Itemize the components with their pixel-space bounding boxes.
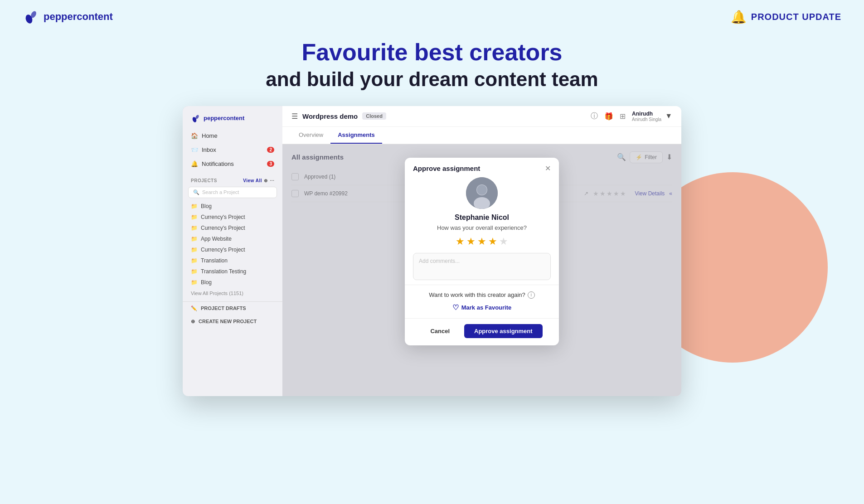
drafts-icon: ✏️ bbox=[191, 305, 197, 311]
product-update-banner: 🔔 PRODUCT UPDATE bbox=[731, 10, 841, 24]
project-item-currency2[interactable]: 📁 Currency's Project bbox=[183, 223, 282, 233]
project-item-translation-testing[interactable]: 📁 Translation Testing bbox=[183, 266, 282, 277]
create-new-project-label: CREATE NEW PROJECT bbox=[199, 319, 257, 324]
project-item-translation[interactable]: 📁 Translation bbox=[183, 255, 282, 266]
tab-overview[interactable]: Overview bbox=[291, 127, 330, 144]
rating-stars: ★ ★ ★ ★ ★ bbox=[413, 236, 551, 247]
notifications-badge: 3 bbox=[267, 161, 274, 167]
folder-icon: 📁 bbox=[191, 257, 198, 264]
approve-assignment-modal: Approve assignment ✕ bbox=[405, 158, 559, 345]
main-header-right: ⓘ 🎁 ⊞ Anirudh Anirudh Singla ▼ bbox=[591, 111, 672, 122]
project-label: Blog bbox=[201, 279, 212, 286]
inbox-icon: 📨 bbox=[191, 146, 198, 153]
project-item-blog2[interactable]: 📁 Blog bbox=[183, 277, 282, 288]
favourite-question: Want to work with this creator again? i bbox=[413, 291, 551, 299]
assignments-area: All assignments 🔍 ⚡ Filter ⬇ Approved (1… bbox=[282, 144, 681, 396]
status-badge: Closed bbox=[362, 112, 386, 120]
project-label: Currency's Project bbox=[201, 247, 245, 253]
mark-favourite-label: Mark as Favourite bbox=[461, 304, 512, 311]
home-icon: 🏠 bbox=[191, 132, 198, 139]
mark-favourite-button[interactable]: ♡ Mark as Favourite bbox=[452, 303, 512, 312]
cancel-button[interactable]: Cancel bbox=[421, 324, 459, 338]
creator-avatar bbox=[466, 177, 498, 209]
comment-box[interactable]: Add comments... bbox=[413, 253, 551, 280]
modal-close-button[interactable]: ✕ bbox=[545, 164, 551, 173]
favourite-info-icon[interactable]: i bbox=[528, 291, 535, 299]
user-info: Anirudh Anirudh Singla ▼ bbox=[632, 111, 672, 122]
project-label: Currency's Project bbox=[201, 225, 245, 231]
folder-icon: 📁 bbox=[191, 225, 198, 231]
user-dropdown-icon[interactable]: ▼ bbox=[665, 112, 672, 120]
approve-button[interactable]: Approve assignment bbox=[464, 324, 543, 338]
sidebar-logo: peppercontent bbox=[183, 106, 282, 129]
project-drafts-item[interactable]: ✏️ PROJECT DRAFTS bbox=[183, 302, 282, 315]
sidebar-logo-text: peppercontent bbox=[204, 115, 244, 121]
sidebar-bottom: ✏️ PROJECT DRAFTS ⊕ CREATE NEW PROJECT bbox=[183, 301, 282, 328]
rating-star-1[interactable]: ★ bbox=[456, 236, 465, 247]
modal-header: Approve assignment ✕ bbox=[405, 158, 559, 177]
project-title: Wordpress demo bbox=[302, 112, 358, 120]
inbox-badge: 2 bbox=[267, 147, 274, 153]
project-item-currency3[interactable]: 📁 Currency's Project bbox=[183, 244, 282, 255]
main-header: ☰ Wordpress demo Closed ⓘ 🎁 ⊞ Anirudh An… bbox=[282, 106, 681, 127]
project-label: Translation bbox=[201, 257, 228, 264]
svg-point-7 bbox=[477, 185, 487, 195]
project-item-currency1[interactable]: 📁 Currency's Project bbox=[183, 212, 282, 223]
search-icon: 🔍 bbox=[193, 189, 199, 195]
avatar-image bbox=[466, 177, 498, 209]
create-new-project-item[interactable]: ⊕ CREATE NEW PROJECT bbox=[183, 315, 282, 328]
folder-icon: 📁 bbox=[191, 236, 198, 242]
top-logo: peppercontent bbox=[23, 8, 113, 25]
sidebar-item-home[interactable]: 🏠 Home bbox=[183, 129, 282, 143]
comment-placeholder: Add comments... bbox=[419, 258, 460, 264]
search-placeholder-text: Search a Project bbox=[202, 189, 239, 195]
bell-icon: 🔔 bbox=[731, 10, 747, 24]
main-header-left: ☰ Wordpress demo Closed bbox=[291, 112, 386, 121]
sidebar-logo-icon bbox=[191, 113, 201, 123]
sidebar-nav: 🏠 Home 📨 Inbox 2 🔔 Notifications bbox=[183, 129, 282, 174]
folder-icon: 📁 bbox=[191, 247, 198, 253]
create-icon: ⊕ bbox=[191, 319, 195, 325]
sidebar-item-inbox[interactable]: 📨 Inbox 2 bbox=[183, 143, 282, 157]
rating-star-2[interactable]: ★ bbox=[466, 236, 476, 247]
hero-section: Favourite best creators and build your d… bbox=[0, 34, 864, 106]
rating-star-5[interactable]: ★ bbox=[499, 236, 508, 247]
project-item-appwebsite[interactable]: 📁 App Website bbox=[183, 233, 282, 244]
search-project-input[interactable]: 🔍 Search a Project bbox=[188, 187, 277, 198]
favourite-question-text: Want to work with this creator again? bbox=[429, 291, 525, 298]
modal-title: Approve assignment bbox=[413, 165, 480, 172]
top-logo-text: peppercontent bbox=[44, 11, 113, 23]
project-item-blog1[interactable]: 📁 Blog bbox=[183, 201, 282, 212]
info-icon[interactable]: ⓘ bbox=[591, 111, 598, 121]
product-update-label: PRODUCT UPDATE bbox=[751, 12, 841, 22]
folder-icon: 📁 bbox=[191, 279, 198, 286]
grid-icon[interactable]: ⊞ bbox=[620, 112, 626, 121]
modal-body: Stephanie Nicol How was your overall exp… bbox=[405, 177, 559, 285]
project-drafts-label: PROJECT DRAFTS bbox=[201, 305, 246, 311]
rating-star-4[interactable]: ★ bbox=[488, 236, 497, 247]
sidebar-inbox-label: Inbox bbox=[202, 146, 216, 153]
modal-footer: Cancel Approve assignment bbox=[405, 318, 559, 345]
tab-assignments[interactable]: Assignments bbox=[330, 127, 382, 144]
project-label: App Website bbox=[201, 236, 232, 242]
gift-icon[interactable]: 🎁 bbox=[604, 112, 613, 121]
folder-icon: 📁 bbox=[191, 203, 198, 209]
favourite-section: Want to work with this creator again? i … bbox=[405, 285, 559, 318]
logo-icon bbox=[23, 8, 40, 25]
heart-icon: ♡ bbox=[452, 303, 459, 312]
rating-star-3[interactable]: ★ bbox=[477, 236, 486, 247]
hamburger-icon[interactable]: ☰ bbox=[291, 112, 298, 121]
projects-section-header: PROJECTS View All ⊕ ⋯ bbox=[183, 174, 282, 185]
project-label: Translation Testing bbox=[201, 268, 246, 275]
project-label: Currency's Project bbox=[201, 214, 245, 220]
main-content: ☰ Wordpress demo Closed ⓘ 🎁 ⊞ Anirudh An… bbox=[282, 106, 681, 396]
sidebar-item-notifications[interactable]: 🔔 Notifications 3 bbox=[183, 157, 282, 171]
top-bar: peppercontent 🔔 PRODUCT UPDATE bbox=[0, 0, 864, 34]
sidebar: peppercontent 🏠 Home 📨 Inbox 2 bbox=[183, 106, 282, 396]
view-all-projects-bottom[interactable]: View All Projects (1151) bbox=[183, 288, 282, 299]
hero-line2: and build your dream content team bbox=[0, 66, 864, 92]
more-options-icon[interactable]: ⋯ bbox=[270, 178, 275, 183]
app-window: peppercontent 🏠 Home 📨 Inbox 2 bbox=[183, 106, 681, 396]
view-all-projects-link[interactable]: View All bbox=[243, 178, 262, 183]
add-project-icon[interactable]: ⊕ bbox=[264, 178, 268, 183]
